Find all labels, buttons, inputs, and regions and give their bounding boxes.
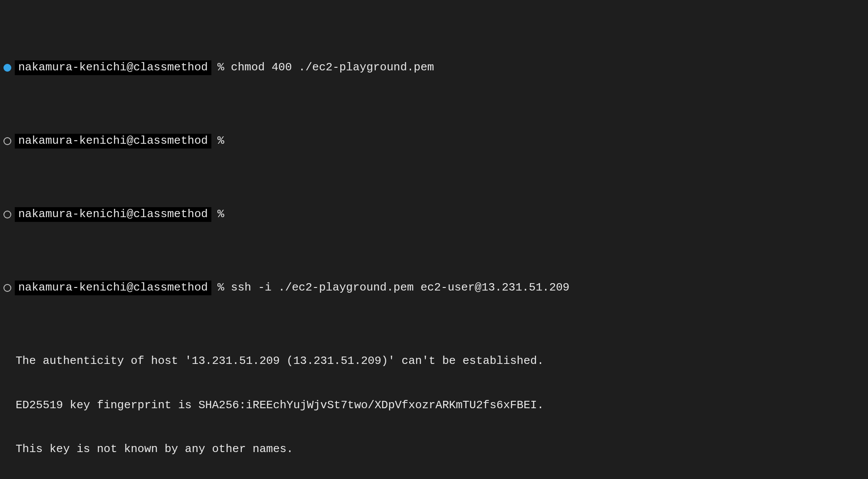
prompt-row-1: nakamura-kenichi@classmethod % chmod 400… — [0, 60, 868, 75]
prompt-row-4: nakamura-kenichi@classmethod % ssh -i ./… — [0, 281, 868, 295]
ssh-auth-line-3: This key is not known by any other names… — [0, 442, 868, 457]
prompt-row-3: nakamura-kenichi@classmethod % — [0, 207, 868, 222]
prompt-row-2: nakamura-kenichi@classmethod % — [0, 134, 868, 149]
terminal-output[interactable]: nakamura-kenichi@classmethod % chmod 400… — [0, 0, 868, 479]
prompt-symbol: % — [217, 60, 224, 75]
prompt-symbol: % — [217, 134, 224, 149]
command-1: chmod 400 ./ec2-playground.pem — [231, 60, 434, 75]
local-user-host: nakamura-kenichi@classmethod — [15, 60, 211, 75]
local-user-host: nakamura-kenichi@classmethod — [15, 134, 211, 149]
word-wrap-marker — [0, 211, 15, 218]
prompt-space — [224, 281, 231, 295]
word-wrap-marker — [0, 137, 15, 145]
prompt-symbol: % — [217, 281, 224, 295]
ssh-auth-line-2: ED25519 key fingerprint is SHA256:iREEch… — [0, 398, 868, 413]
command-4: ssh -i ./ec2-playground.pem ec2-user@13.… — [231, 281, 569, 295]
local-user-host: nakamura-kenichi@classmethod — [15, 281, 211, 295]
local-user-host: nakamura-kenichi@classmethod — [15, 207, 211, 222]
prompt-space — [224, 60, 231, 75]
ssh-auth-line-1: The authenticity of host '13.231.51.209 … — [0, 354, 868, 369]
prompt-symbol: % — [217, 207, 224, 222]
word-wrap-marker — [0, 284, 15, 292]
word-wrap-marker-filled — [0, 64, 15, 72]
